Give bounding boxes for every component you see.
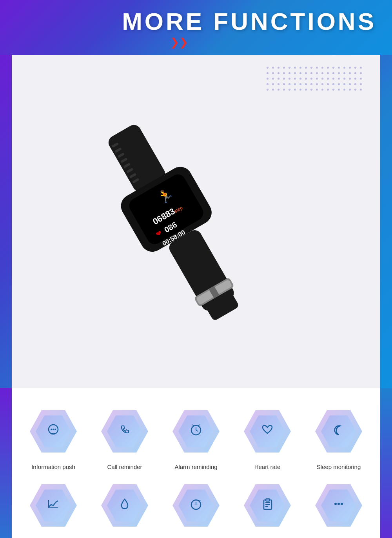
hex-bg <box>244 408 291 455</box>
feature-icon <box>118 497 132 514</box>
dot <box>278 67 279 69</box>
dot <box>316 72 318 74</box>
svg-point-26 <box>54 429 56 430</box>
feature-icon-wrap <box>97 404 152 459</box>
feature-item: Motion data <box>20 478 87 538</box>
dot <box>299 67 301 69</box>
hexagon-shape <box>315 408 362 455</box>
dot <box>349 72 351 74</box>
dot <box>316 89 318 91</box>
feature-item: Sleep monitoring <box>305 404 372 470</box>
features-grid: Information push Call reminder Alarm rem… <box>20 404 372 538</box>
dot <box>343 78 345 80</box>
dot <box>310 83 312 85</box>
dot <box>289 67 290 69</box>
feature-icon <box>118 423 132 440</box>
hexagon-shape <box>30 408 77 455</box>
dot <box>354 78 356 80</box>
svg-line-31 <box>198 425 200 426</box>
dot <box>327 83 329 85</box>
feature-icon-wrap <box>240 478 295 533</box>
watch-section: // Will be rendered by JS below <box>0 55 392 388</box>
dot <box>332 67 334 69</box>
dot <box>272 72 274 74</box>
feature-icon-wrap <box>311 404 366 459</box>
svg-point-44 <box>338 503 340 505</box>
feature-icon-wrap <box>26 478 81 533</box>
dot <box>332 89 334 91</box>
dot <box>349 89 351 91</box>
dot <box>338 67 340 69</box>
feature-item: Sedentary reminder <box>162 478 230 538</box>
dot <box>278 72 279 74</box>
dot <box>299 78 301 80</box>
dot <box>321 83 323 85</box>
svg-line-29 <box>196 430 198 431</box>
dot <box>278 78 279 80</box>
dot <box>332 78 334 80</box>
hexagon-shape <box>172 482 220 529</box>
feature-icon <box>189 423 203 440</box>
dot <box>305 67 307 69</box>
feature-item: Alarm reminding <box>162 404 230 470</box>
dot <box>299 72 301 74</box>
svg-point-24 <box>51 429 52 430</box>
main-title: MORE FUNCTIONS <box>122 7 376 35</box>
dot <box>338 83 340 85</box>
hex-bg <box>101 482 148 529</box>
dot <box>310 72 312 74</box>
dot <box>354 83 356 85</box>
feature-icon-wrap <box>169 404 223 459</box>
dot <box>321 72 323 74</box>
dot <box>283 78 285 80</box>
watch-image: 🏃 06883 step ❤ 086 00:58:00 <box>82 84 310 359</box>
svg-point-25 <box>53 429 54 430</box>
feature-item: Heart rate <box>234 404 301 470</box>
hexagon-shape <box>30 482 77 529</box>
dot <box>272 78 274 80</box>
hex-bg <box>172 408 220 455</box>
feature-icon-wrap <box>240 404 295 459</box>
dot <box>283 67 285 69</box>
feature-item: Call reminder <box>91 404 158 470</box>
feature-icon <box>260 497 274 514</box>
feature-label: Call reminder <box>107 463 142 470</box>
feature-icon-wrap <box>169 478 223 533</box>
dot <box>360 83 362 85</box>
dot <box>327 67 329 69</box>
feature-item: Information push <box>20 404 87 470</box>
dot <box>354 67 356 69</box>
dot <box>327 78 329 80</box>
dot <box>267 72 269 74</box>
dot <box>294 67 296 69</box>
dot <box>343 67 345 69</box>
header-section: MORE FUNCTIONS ❯❯ <box>0 0 392 55</box>
hexagon-shape <box>101 408 148 455</box>
dot <box>360 89 362 91</box>
dot <box>289 72 290 74</box>
dot <box>360 67 362 69</box>
hex-bg <box>101 408 148 455</box>
feature-icon <box>332 497 346 514</box>
dot <box>272 67 274 69</box>
dot <box>267 78 269 80</box>
dot <box>343 83 345 85</box>
feature-label: Sleep monitoring <box>317 463 361 470</box>
hex-bg <box>244 482 291 529</box>
dot <box>338 89 340 91</box>
hexagon-shape <box>101 482 148 529</box>
dot <box>305 78 307 80</box>
dot <box>343 89 345 91</box>
feature-icon <box>189 497 203 514</box>
feature-item: More functions <box>305 478 372 538</box>
dot <box>294 78 296 80</box>
chevron-icon: ❯❯ <box>170 37 188 48</box>
dot <box>332 83 334 85</box>
dot <box>321 89 323 91</box>
gradient-right <box>380 388 392 538</box>
features-grid-container: Information push Call reminder Alarm rem… <box>12 388 380 538</box>
hex-bg <box>30 408 77 455</box>
dot <box>289 78 290 80</box>
svg-line-37 <box>200 500 200 501</box>
feature-label: Alarm reminding <box>174 463 217 470</box>
